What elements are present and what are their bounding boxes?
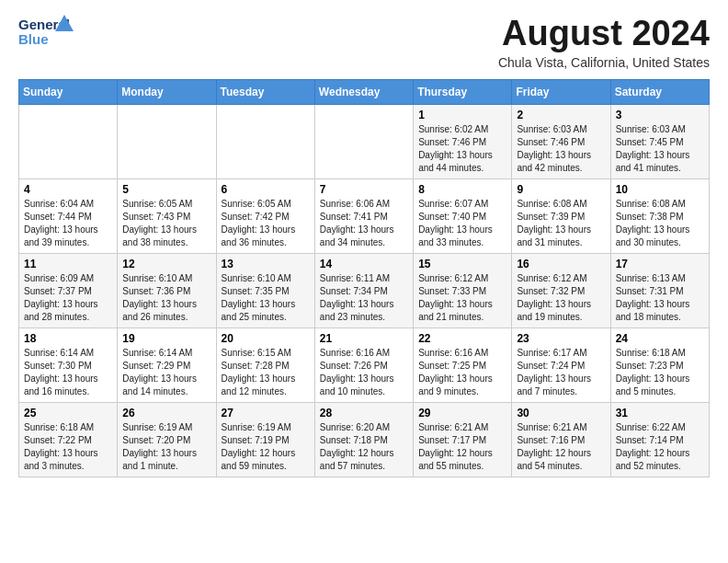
calendar-cell: 5Sunrise: 6:05 AM Sunset: 7:43 PM Daylig…	[118, 178, 216, 253]
day-number: 2	[517, 109, 605, 121]
day-number: 18	[24, 332, 112, 345]
day-detail: Sunrise: 6:03 AM Sunset: 7:45 PM Dayligh…	[616, 123, 704, 175]
day-number: 6	[222, 183, 310, 196]
location: Chula Vista, California, United States	[498, 55, 710, 70]
calendar-cell: 20Sunrise: 6:15 AM Sunset: 7:28 PM Dayli…	[216, 327, 314, 402]
weekday-header-sunday: Sunday	[19, 79, 118, 104]
calendar-cell: 13Sunrise: 6:10 AM Sunset: 7:35 PM Dayli…	[216, 253, 314, 327]
day-number: 9	[517, 183, 605, 196]
calendar-cell: 6Sunrise: 6:05 AM Sunset: 7:42 PM Daylig…	[216, 178, 314, 253]
day-detail: Sunrise: 6:16 AM Sunset: 7:25 PM Dayligh…	[418, 347, 506, 398]
day-number: 31	[616, 407, 704, 419]
calendar-cell: 23Sunrise: 6:17 AM Sunset: 7:24 PM Dayli…	[512, 327, 610, 402]
calendar-table: SundayMondayTuesdayWednesdayThursdayFrid…	[18, 79, 710, 477]
day-number: 27	[222, 407, 310, 419]
calendar-cell: 29Sunrise: 6:21 AM Sunset: 7:17 PM Dayli…	[414, 402, 512, 477]
calendar-cell: 14Sunrise: 6:11 AM Sunset: 7:34 PM Dayli…	[314, 253, 413, 327]
day-number: 10	[616, 183, 704, 196]
calendar-cell: 30Sunrise: 6:21 AM Sunset: 7:16 PM Dayli…	[512, 402, 610, 477]
day-number: 21	[320, 332, 408, 345]
day-number: 26	[122, 407, 210, 419]
day-number: 23	[517, 332, 605, 345]
svg-text:Blue: Blue	[18, 31, 49, 47]
day-detail: Sunrise: 6:02 AM Sunset: 7:46 PM Dayligh…	[418, 123, 506, 175]
day-detail: Sunrise: 6:03 AM Sunset: 7:46 PM Dayligh…	[517, 123, 605, 175]
day-number: 20	[222, 332, 310, 345]
weekday-header-saturday: Saturday	[610, 79, 709, 104]
title-block: August 2024 Chula Vista, California, Uni…	[498, 15, 710, 70]
day-number: 17	[616, 258, 704, 270]
day-detail: Sunrise: 6:08 AM Sunset: 7:39 PM Dayligh…	[517, 198, 605, 249]
calendar-cell: 16Sunrise: 6:12 AM Sunset: 7:32 PM Dayli…	[512, 253, 610, 327]
calendar-cell: 8Sunrise: 6:07 AM Sunset: 7:40 PM Daylig…	[414, 178, 512, 253]
day-detail: Sunrise: 6:11 AM Sunset: 7:34 PM Dayligh…	[320, 272, 408, 324]
calendar-cell: 19Sunrise: 6:14 AM Sunset: 7:29 PM Dayli…	[118, 327, 216, 402]
day-number: 14	[320, 258, 408, 270]
day-detail: Sunrise: 6:10 AM Sunset: 7:36 PM Dayligh…	[122, 272, 210, 324]
calendar-cell: 7Sunrise: 6:06 AM Sunset: 7:41 PM Daylig…	[314, 178, 413, 253]
day-detail: Sunrise: 6:12 AM Sunset: 7:33 PM Dayligh…	[418, 272, 506, 324]
calendar-cell: 12Sunrise: 6:10 AM Sunset: 7:36 PM Dayli…	[118, 253, 216, 327]
calendar-cell	[314, 104, 413, 178]
day-detail: Sunrise: 6:10 AM Sunset: 7:35 PM Dayligh…	[222, 272, 310, 324]
day-number: 16	[517, 258, 605, 270]
calendar-cell: 17Sunrise: 6:13 AM Sunset: 7:31 PM Dayli…	[610, 253, 709, 327]
day-number: 25	[24, 407, 112, 419]
day-number: 12	[122, 258, 210, 270]
day-detail: Sunrise: 6:12 AM Sunset: 7:32 PM Dayligh…	[517, 272, 605, 324]
weekday-header-wednesday: Wednesday	[314, 79, 413, 104]
day-number: 8	[418, 183, 506, 196]
day-detail: Sunrise: 6:14 AM Sunset: 7:29 PM Dayligh…	[122, 347, 210, 398]
day-detail: Sunrise: 6:09 AM Sunset: 7:37 PM Dayligh…	[24, 272, 112, 324]
calendar-cell: 25Sunrise: 6:18 AM Sunset: 7:22 PM Dayli…	[19, 402, 118, 477]
day-detail: Sunrise: 6:19 AM Sunset: 7:19 PM Dayligh…	[222, 421, 310, 473]
weekday-header-thursday: Thursday	[414, 79, 512, 104]
weekday-header-tuesday: Tuesday	[216, 79, 314, 104]
day-detail: Sunrise: 6:13 AM Sunset: 7:31 PM Dayligh…	[616, 272, 704, 324]
calendar-cell: 24Sunrise: 6:18 AM Sunset: 7:23 PM Dayli…	[610, 327, 709, 402]
weekday-header-friday: Friday	[512, 79, 610, 104]
calendar-cell: 27Sunrise: 6:19 AM Sunset: 7:19 PM Dayli…	[216, 402, 314, 477]
calendar-cell: 22Sunrise: 6:16 AM Sunset: 7:25 PM Dayli…	[414, 327, 512, 402]
day-number: 15	[418, 258, 506, 270]
day-number: 7	[320, 183, 408, 196]
calendar-cell: 15Sunrise: 6:12 AM Sunset: 7:33 PM Dayli…	[414, 253, 512, 327]
day-number: 19	[122, 332, 210, 345]
day-detail: Sunrise: 6:05 AM Sunset: 7:42 PM Dayligh…	[222, 198, 310, 249]
day-number: 1	[418, 109, 506, 121]
day-number: 5	[122, 183, 210, 196]
day-detail: Sunrise: 6:07 AM Sunset: 7:40 PM Dayligh…	[418, 198, 506, 249]
calendar-cell	[216, 104, 314, 178]
calendar-cell	[19, 104, 118, 178]
page-header: GeneralBlue August 2024 Chula Vista, Cal…	[18, 15, 710, 70]
day-number: 30	[517, 407, 605, 419]
day-detail: Sunrise: 6:21 AM Sunset: 7:16 PM Dayligh…	[517, 421, 605, 473]
day-detail: Sunrise: 6:04 AM Sunset: 7:44 PM Dayligh…	[24, 198, 112, 249]
calendar-cell: 9Sunrise: 6:08 AM Sunset: 7:39 PM Daylig…	[512, 178, 610, 253]
calendar-cell: 31Sunrise: 6:22 AM Sunset: 7:14 PM Dayli…	[610, 402, 709, 477]
calendar-cell: 3Sunrise: 6:03 AM Sunset: 7:45 PM Daylig…	[610, 104, 709, 178]
day-detail: Sunrise: 6:15 AM Sunset: 7:28 PM Dayligh…	[222, 347, 310, 398]
calendar-cell: 2Sunrise: 6:03 AM Sunset: 7:46 PM Daylig…	[512, 104, 610, 178]
day-number: 3	[616, 109, 704, 121]
calendar-cell: 11Sunrise: 6:09 AM Sunset: 7:37 PM Dayli…	[19, 253, 118, 327]
day-number: 13	[222, 258, 310, 270]
calendar-cell: 10Sunrise: 6:08 AM Sunset: 7:38 PM Dayli…	[610, 178, 709, 253]
day-detail: Sunrise: 6:14 AM Sunset: 7:30 PM Dayligh…	[24, 347, 112, 398]
day-detail: Sunrise: 6:20 AM Sunset: 7:18 PM Dayligh…	[320, 421, 408, 473]
day-number: 22	[418, 332, 506, 345]
calendar-cell: 28Sunrise: 6:20 AM Sunset: 7:18 PM Dayli…	[314, 402, 413, 477]
month-title: August 2024	[498, 15, 710, 53]
day-number: 24	[616, 332, 704, 345]
day-detail: Sunrise: 6:17 AM Sunset: 7:24 PM Dayligh…	[517, 347, 605, 398]
day-number: 11	[24, 258, 112, 270]
day-number: 28	[320, 407, 408, 419]
logo-svg: GeneralBlue	[18, 15, 83, 50]
day-detail: Sunrise: 6:06 AM Sunset: 7:41 PM Dayligh…	[320, 198, 408, 249]
logo: GeneralBlue	[18, 15, 83, 50]
day-detail: Sunrise: 6:22 AM Sunset: 7:14 PM Dayligh…	[616, 421, 704, 473]
calendar-cell: 4Sunrise: 6:04 AM Sunset: 7:44 PM Daylig…	[19, 178, 118, 253]
day-detail: Sunrise: 6:08 AM Sunset: 7:38 PM Dayligh…	[616, 198, 704, 249]
day-detail: Sunrise: 6:19 AM Sunset: 7:20 PM Dayligh…	[122, 421, 210, 473]
day-number: 4	[24, 183, 112, 196]
